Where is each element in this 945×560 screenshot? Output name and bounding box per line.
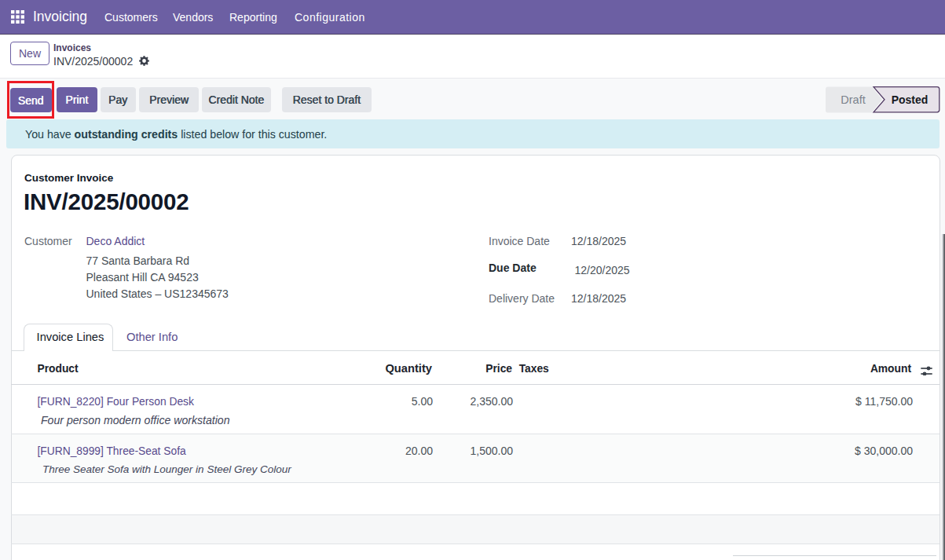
svg-text:Posted: Posted	[891, 93, 928, 106]
svg-text:Draft: Draft	[841, 93, 865, 106]
